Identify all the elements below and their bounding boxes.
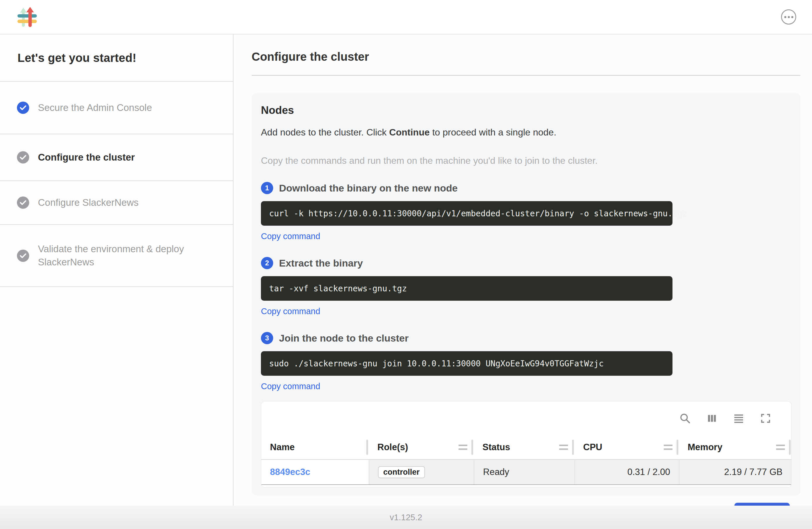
sidebar-item-label: Validate the environment & deploy Slacke…	[38, 243, 216, 269]
page-title: Configure the cluster	[251, 34, 800, 63]
node-roles-cell: controller	[368, 460, 474, 484]
columns-icon[interactable]	[706, 412, 718, 425]
step-number-badge: 2	[261, 257, 273, 269]
check-circle-icon	[17, 102, 29, 114]
nodes-description: Add nodes to the cluster. Click Continue…	[261, 127, 790, 138]
column-header-memory[interactable]: Memory	[679, 435, 791, 459]
table-bottom-padding	[261, 485, 791, 487]
more-options-button[interactable]	[781, 9, 796, 25]
step-1-code-block: curl -k https://10.0.0.11:30000/api/v1/e…	[261, 201, 672, 226]
column-header-name[interactable]: Name	[261, 435, 368, 459]
card-actions: Continue	[261, 503, 790, 506]
step-title: Download the binary on the new node	[279, 183, 458, 194]
column-resize-handle[interactable]	[366, 440, 368, 455]
nodes-card: Nodes Add nodes to the cluster. Click Co…	[251, 93, 800, 496]
table-row: 8849ec3c controller Ready 0.31 / 2.00 2.…	[261, 459, 791, 485]
column-resize-handle[interactable]	[677, 440, 678, 455]
node-name-link[interactable]: 8849ec3c	[270, 467, 310, 477]
column-resize-handle[interactable]	[572, 440, 574, 455]
column-header-cpu[interactable]: CPU	[575, 435, 679, 459]
column-resize-handle[interactable]	[789, 440, 791, 455]
search-icon[interactable]	[679, 412, 692, 425]
step-number-badge: 3	[261, 332, 273, 344]
check-circle-icon	[17, 197, 29, 209]
continue-button[interactable]: Continue	[734, 503, 790, 506]
column-menu-icon[interactable]	[776, 445, 785, 450]
app-footer: v1.125.2	[0, 506, 812, 529]
version-label: v1.125.2	[390, 513, 422, 522]
copy-instruction-text: Copy the commands and run them on the ma…	[261, 155, 790, 166]
check-circle-icon	[17, 151, 29, 163]
node-status-cell: Ready	[474, 460, 575, 484]
slackernews-logo	[17, 6, 38, 27]
node-memory-cell: 2.19 / 7.77 GB	[679, 460, 791, 484]
step-title: Extract the binary	[279, 257, 363, 269]
step-2-command: tar -xvf slackernews-gnu.tgz	[269, 284, 407, 294]
column-menu-icon[interactable]	[559, 445, 568, 450]
step-number-badge: 1	[261, 182, 273, 194]
step-1-header: 1 Download the binary on the new node	[261, 182, 790, 194]
column-resize-handle[interactable]	[472, 440, 473, 455]
node-cpu-cell: 0.31 / 2.00	[575, 460, 679, 484]
step-1-command: curl -k https://10.0.0.11:30000/api/v1/e…	[269, 209, 687, 218]
column-header-status[interactable]: Status	[474, 435, 575, 459]
step-3-code-block: sudo ./slackernews-gnu join 10.0.0.11:30…	[261, 351, 672, 376]
sidebar-item-configure-cluster[interactable]: Configure the cluster	[0, 134, 233, 181]
setup-sidebar: Let's get you started! Secure the Admin …	[0, 34, 233, 506]
copy-command-link-3[interactable]: Copy command	[261, 382, 320, 391]
sidebar-item-configure-slackernews[interactable]: Configure SlackerNews	[0, 181, 233, 224]
main-content: Configure the cluster Nodes Add nodes to…	[234, 34, 812, 506]
step-3-command: sudo ./slackernews-gnu join 10.0.0.11:30…	[269, 359, 604, 369]
step-2-header: 2 Extract the binary	[261, 257, 790, 269]
column-menu-icon[interactable]	[459, 445, 467, 450]
node-name-cell: 8849ec3c	[261, 460, 368, 484]
setup-steps-list: Secure the Admin Console Configure the c…	[0, 81, 233, 287]
step-3-header: 3 Join the node to the cluster	[261, 332, 790, 344]
copy-command-link-2[interactable]: Copy command	[261, 306, 320, 316]
column-menu-icon[interactable]	[664, 445, 672, 450]
sidebar-item-secure-admin-console[interactable]: Secure the Admin Console	[0, 81, 233, 134]
nodes-table: Name Role(s) Status CPU	[261, 401, 792, 488]
copy-command-link-1[interactable]: Copy command	[261, 231, 320, 241]
nodes-card-title: Nodes	[261, 93, 790, 116]
table-toolbar	[261, 401, 791, 435]
fullscreen-icon[interactable]	[759, 412, 772, 425]
role-chip: controller	[378, 466, 425, 478]
column-header-roles[interactable]: Role(s)	[368, 435, 474, 459]
sidebar-item-validate-deploy[interactable]: Validate the environment & deploy Slacke…	[0, 224, 233, 287]
ellipsis-icon	[784, 16, 786, 18]
step-title: Join the node to the cluster	[279, 332, 409, 344]
step-2-code-block: tar -xvf slackernews-gnu.tgz	[261, 276, 672, 301]
density-icon[interactable]	[732, 412, 745, 425]
sidebar-item-label: Secure the Admin Console	[38, 101, 152, 114]
title-divider	[251, 75, 800, 76]
sidebar-item-label: Configure SlackerNews	[38, 196, 139, 209]
sidebar-item-label: Configure the cluster	[38, 151, 135, 164]
top-header	[0, 0, 812, 34]
check-circle-icon	[17, 249, 29, 262]
sidebar-title: Let's get you started!	[0, 34, 233, 81]
table-header-row: Name Role(s) Status CPU	[261, 435, 791, 459]
